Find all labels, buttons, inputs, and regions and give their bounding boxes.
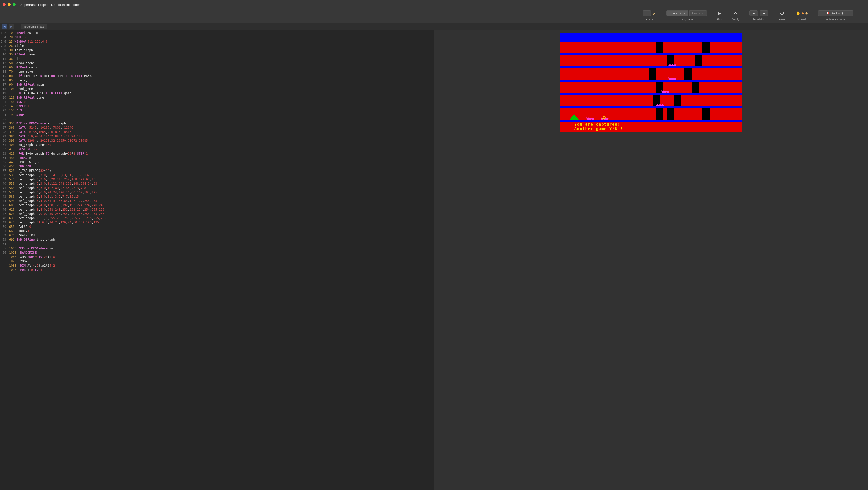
platform-value: Sinclair QL	[831, 12, 844, 15]
svg-point-0	[669, 64, 671, 66]
verify-icon[interactable]: 👁	[734, 11, 738, 15]
tabstrip: ◀ ▶ program14_bas	[0, 23, 868, 30]
svg-point-17	[661, 104, 664, 106]
editor-pane[interactable]: 1 2 3 4 5 6 7 8 9 10 11 12 13 14 15 16 1…	[0, 30, 434, 490]
svg-line-18	[656, 104, 657, 104]
hand-icon[interactable]: ✋	[796, 11, 800, 15]
svg-line-8	[668, 77, 669, 78]
svg-point-2	[674, 64, 676, 66]
language-label: Language	[680, 18, 693, 21]
svg-point-27	[606, 118, 609, 120]
ql-screen[interactable]: You are captured!Another game Y/N ?	[560, 33, 742, 125]
svg-point-7	[674, 78, 676, 80]
game-message-2: Another game Y/N ?	[575, 127, 623, 131]
nav-back-button[interactable]: ◀	[2, 24, 7, 29]
svg-point-12	[666, 91, 669, 93]
reset-label: Reset	[778, 18, 785, 21]
svg-point-22	[592, 118, 594, 120]
tool-platform: Sinclair QL Active Platform	[818, 10, 853, 21]
speed-label: Speed	[798, 18, 806, 21]
player-sprite	[602, 116, 606, 120]
tool-reset: ⏻ Reset	[778, 10, 785, 21]
tool-speed: ✋ ◆ ◆ Speed	[796, 10, 808, 21]
svg-point-11	[664, 91, 667, 93]
anthill-sprite	[569, 114, 579, 120]
svg-line-9	[670, 77, 671, 78]
svg-line-14	[663, 90, 664, 91]
main-area: 1 2 3 4 5 6 7 8 9 10 11 12 13 14 15 16 1…	[0, 30, 868, 490]
emulator-play-button[interactable]: ▶	[749, 10, 758, 16]
close-icon[interactable]	[3, 3, 6, 6]
ant-sprite	[654, 103, 666, 106]
tool-editor: ≡ 🖌 Editor	[643, 10, 656, 21]
svg-line-19	[658, 104, 659, 104]
file-tab[interactable]: program14_bas	[21, 24, 48, 29]
nav-forward-button[interactable]: ▶	[9, 24, 14, 29]
tool-run: ▶ Run	[717, 10, 722, 21]
svg-line-23	[586, 117, 587, 118]
emulator-stop-button[interactable]: ■	[760, 10, 768, 16]
svg-line-4	[670, 64, 671, 64]
run-label: Run	[717, 18, 722, 21]
toolbar: ≡ 🖌 Editor ≡ SuperBasic Assembler Langua…	[0, 9, 868, 23]
ant-sprite	[660, 90, 671, 93]
svg-point-21	[589, 118, 592, 120]
paintbrush-icon[interactable]: 🖌	[653, 11, 656, 15]
game-message-1: You are captured!	[575, 122, 620, 127]
lang-superbasic-button[interactable]: ≡ SuperBasic	[666, 10, 688, 16]
diamond2-icon[interactable]: ◆	[805, 11, 808, 15]
maximize-icon[interactable]	[13, 3, 16, 6]
ql-canvas: You are captured!Another game Y/N ?	[560, 33, 742, 125]
svg-point-1	[671, 64, 674, 66]
diamond-icon[interactable]: ◆	[802, 11, 804, 15]
emulator-label: Emulator	[753, 18, 764, 21]
svg-line-28	[600, 117, 601, 118]
svg-point-16	[658, 104, 661, 106]
ant-sprite	[667, 63, 678, 66]
platform-label: Active Platform	[826, 18, 845, 21]
minimize-icon[interactable]	[8, 3, 11, 6]
svg-point-5	[669, 78, 671, 80]
tool-emulator: ▶ ■ Emulator	[749, 10, 768, 21]
svg-point-20	[587, 118, 589, 120]
editor-align-button[interactable]: ≡	[643, 10, 651, 16]
svg-line-13	[661, 90, 662, 91]
reset-icon[interactable]: ⏻	[780, 11, 784, 15]
emulator-pane: You are captured!Another game Y/N ?	[434, 30, 868, 490]
window-title: SuperBasic Project - DemoSinclair.coder	[20, 3, 80, 7]
svg-line-24	[588, 117, 589, 118]
ant-sprite	[585, 117, 596, 120]
flag-icon	[827, 12, 829, 14]
code-area[interactable]: 10 REMark ANT HILL 20 MODE 8 25 WINDOW 5…	[8, 30, 434, 490]
lang-assembler-button[interactable]: Assembler	[689, 10, 707, 16]
svg-point-15	[656, 104, 659, 106]
titlebar: SuperBasic Project - DemoSinclair.coder	[0, 0, 868, 9]
svg-line-3	[668, 64, 669, 64]
svg-point-10	[661, 91, 664, 93]
tool-verify: 👁 Verify	[733, 10, 740, 21]
gutter: 1 2 3 4 5 6 7 8 9 10 11 12 13 14 15 16 1…	[0, 30, 8, 490]
editor-label: Editor	[646, 18, 653, 21]
tool-language: ≡ SuperBasic Assembler Language	[666, 10, 707, 21]
verify-label: Verify	[733, 18, 740, 21]
window-controls	[3, 3, 16, 6]
run-icon[interactable]: ▶	[718, 11, 721, 16]
svg-point-6	[671, 78, 674, 80]
platform-dropdown[interactable]: Sinclair QL	[818, 10, 853, 16]
ant-sprite	[667, 76, 678, 79]
